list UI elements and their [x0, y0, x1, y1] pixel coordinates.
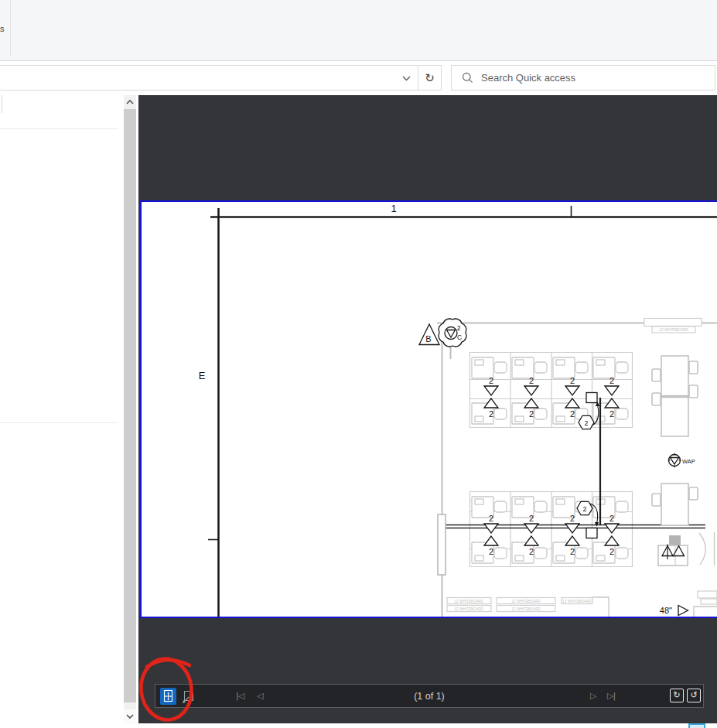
ribbon-cutoff-text: s: [0, 24, 5, 33]
floor-box-upper: [586, 393, 597, 403]
svg-text:C: C: [457, 333, 462, 341]
search-input[interactable]: [481, 66, 710, 90]
revision-triangle-label: B: [425, 334, 431, 343]
mount-height-callout: 48": [660, 606, 688, 616]
wap-symbol: WAP: [668, 453, 695, 467]
whiteboard-strips-bottom: 12' WHITEBOARD 12' WHITEBOARD 12' WHITEB…: [447, 591, 717, 617]
ribbon: s: [0, 0, 717, 61]
sidebar-divider: [0, 128, 118, 129]
floor-plan-svg: 2 2 1 E: [142, 202, 717, 617]
viewer-toolbar: |◁ ◁ (1 of 1) ▷ ▷| ↻ ↺: [155, 684, 704, 708]
explorer-window: s ↻: [0, 0, 717, 728]
mount-arrow-icon: [678, 606, 688, 616]
refresh-icon: ↻: [425, 71, 435, 85]
grid-row-label: E: [199, 370, 206, 381]
address-bar: [0, 65, 418, 91]
search-box: [451, 65, 715, 91]
scroll-down-button[interactable]: [124, 709, 136, 723]
door-swing: [699, 532, 715, 566]
ribbon-divider: [10, 0, 11, 56]
scroll-up-icon: [126, 100, 134, 104]
svg-text:12' WHITEBOARD: 12' WHITEBOARD: [511, 600, 541, 603]
svg-text:12' WHITEBOARD: 12' WHITEBOARD: [562, 600, 592, 603]
scroll-up-button[interactable]: [124, 95, 136, 109]
cubicles-lower: [472, 497, 628, 563]
next-page-button[interactable]: ▷: [590, 691, 596, 701]
svg-text:12' WHITEBOARD: 12' WHITEBOARD: [659, 328, 688, 332]
mount-height-label: 48": [660, 606, 672, 615]
rotate-counterclockwise-button[interactable]: ↺: [687, 689, 701, 702]
rotate-clockwise-button[interactable]: ↻: [670, 689, 684, 702]
svg-text:2: 2: [584, 419, 588, 427]
wap-label: WAP: [682, 458, 695, 465]
svg-text:12' WHITEBOARD: 12' WHITEBOARD: [511, 607, 541, 611]
conference-table-lower: [652, 484, 698, 525]
sidebar-divider: [0, 422, 118, 423]
printer-station: [658, 535, 688, 566]
vertical-scrollbar[interactable]: [124, 95, 136, 723]
grid-column-label: 1: [391, 203, 396, 214]
svg-text:2: 2: [457, 324, 461, 332]
scroll-down-icon: [126, 714, 134, 719]
document-viewer: 2 2 1 E: [138, 95, 717, 723]
wall-whiteboards-top: 12' WHITEBOARD: [644, 319, 702, 333]
search-icon: [462, 72, 473, 84]
page-indicator: (1 of 1): [155, 691, 703, 702]
last-page-button[interactable]: ▷|: [607, 691, 615, 701]
refresh-button[interactable]: ↻: [418, 65, 442, 91]
address-input[interactable]: [0, 66, 390, 90]
chevron-down-icon: [402, 76, 411, 81]
svg-text:2: 2: [582, 505, 586, 513]
sidebar: [0, 91, 123, 728]
scroll-thumb[interactable]: [124, 109, 136, 702]
address-dropdown-button[interactable]: [394, 66, 418, 90]
conference-table-upper: [652, 356, 698, 436]
structural-grid: 1 E: [199, 203, 717, 617]
floor-box-lower: [586, 528, 597, 538]
drawing-page[interactable]: 2 2 1 E: [140, 200, 717, 618]
svg-text:12' WHITEBOARD: 12' WHITEBOARD: [454, 600, 483, 603]
taskbar-peek: [688, 723, 705, 728]
svg-text:12' WHITEBOARD: 12' WHITEBOARD: [454, 607, 483, 611]
wall-whiteboard-left: [438, 514, 446, 575]
sidebar-tree-line: [2, 95, 2, 113]
